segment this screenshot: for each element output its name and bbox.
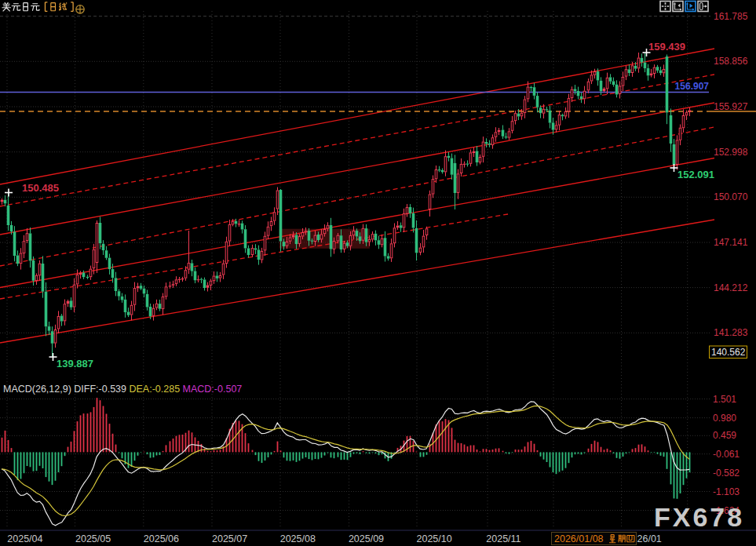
svg-text:1.501: 1.501 <box>713 394 736 405</box>
svg-text:159.439: 159.439 <box>648 41 685 53</box>
svg-text:158.856: 158.856 <box>714 56 748 67</box>
svg-text:-0.582: -0.582 <box>713 468 740 479</box>
svg-text:2025/06: 2025/06 <box>144 533 179 544</box>
svg-text:147.141: 147.141 <box>714 237 748 248</box>
svg-text:152.998: 152.998 <box>714 147 748 158</box>
svg-text:MACD(26,12,9) DIFF:-0.539 DEA:: MACD(26,12,9) DIFF:-0.539 DEA:-0.285 MAC… <box>3 384 242 395</box>
svg-text:140.562: 140.562 <box>711 347 746 358</box>
svg-text:2025/05: 2025/05 <box>75 533 111 544</box>
svg-text:2025/04: 2025/04 <box>7 533 42 544</box>
svg-text:0.459: 0.459 <box>713 430 736 441</box>
svg-text:2025/09: 2025/09 <box>349 533 384 544</box>
svg-text:2025/11: 2025/11 <box>486 533 520 544</box>
svg-text:26/01: 26/01 <box>637 533 662 544</box>
svg-text:2026/01/08: 2026/01/08 <box>554 533 604 544</box>
svg-text:-0.061: -0.061 <box>713 449 740 460</box>
svg-text:144.212: 144.212 <box>714 282 748 293</box>
svg-text:-1.103: -1.103 <box>713 486 740 497</box>
svg-text:139.887: 139.887 <box>57 358 93 369</box>
svg-text:155.927: 155.927 <box>714 101 748 112</box>
svg-text:2025/08: 2025/08 <box>280 533 316 544</box>
svg-text:2025/07: 2025/07 <box>212 533 247 544</box>
svg-text:161.785: 161.785 <box>714 11 748 22</box>
svg-text:152.091: 152.091 <box>677 169 714 180</box>
svg-text:156.907: 156.907 <box>675 81 710 92</box>
svg-text:0.980: 0.980 <box>713 413 736 424</box>
svg-text:150.070: 150.070 <box>714 191 748 202</box>
svg-text:2025/10: 2025/10 <box>417 533 452 544</box>
svg-text:141.283: 141.283 <box>714 327 748 338</box>
svg-text:FX678: FX678 <box>654 502 744 532</box>
svg-text:150.485: 150.485 <box>22 182 59 194</box>
